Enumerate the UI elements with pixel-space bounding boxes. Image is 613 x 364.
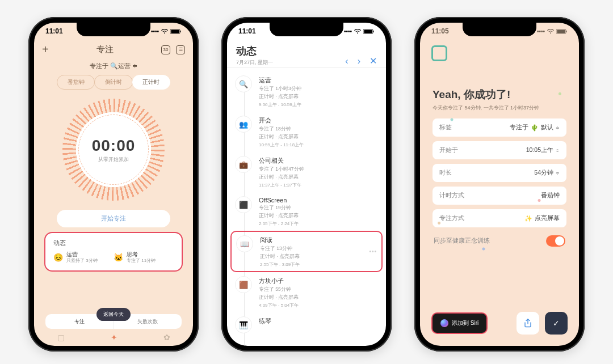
focus-method-row: 专注方式 ✨点亮屏幕 <box>433 209 566 227</box>
success-subtitle: 今天你专注了 54分钟, 一共专注了 1小时37分钟 <box>433 104 566 112</box>
timeline-item[interactable]: 💼公司相关专注了 1小时47分钟正计时 · 点亮屏幕11:37上午 - 1:37… <box>235 152 378 192</box>
svg-rect-2 <box>180 31 181 32</box>
timer-subtext: 从零开始累加 <box>98 156 129 163</box>
timeline-item[interactable]: 🟫方块小子专注了 55分钟正计时 · 点亮屏幕4:09下午 - 5:04下午 <box>235 272 378 312</box>
calendar-icon[interactable]: 30 <box>161 45 170 54</box>
scan-frame-icon[interactable] <box>431 45 447 61</box>
timeline-item-icon: ⬛ <box>235 196 252 213</box>
prev-day-button[interactable]: ‹ <box>345 56 348 66</box>
status-icons: •••• <box>151 28 182 35</box>
timeline-item-icon: 🔍 <box>235 75 252 92</box>
emoji-icon: 😣 <box>53 253 63 262</box>
tab-countdown[interactable]: 倒计时 <box>94 75 132 90</box>
emoji-icon: 🐱 <box>114 253 123 262</box>
status-icons: •••• <box>537 28 568 35</box>
close-button[interactable]: ✕ <box>370 56 377 66</box>
status-time: 11:01 <box>45 27 63 35</box>
svg-rect-4 <box>364 29 372 32</box>
signal-icon: •••• <box>344 28 352 35</box>
timeline-item-icon: 🎹 <box>235 316 252 333</box>
signal-icon: •••• <box>537 28 545 35</box>
chevron-icon: ≑ <box>556 171 560 176</box>
timeline-item-icon: 💼 <box>235 156 252 173</box>
sync-health-toggle[interactable] <box>546 235 565 247</box>
battery-icon <box>170 29 182 34</box>
tab-pomodoro[interactable]: 番茄钟 <box>57 75 95 90</box>
dynamic-item[interactable]: 😣 运营 只坚持了 3分钟 <box>53 251 114 264</box>
chevron-icon: ≑ <box>556 148 560 153</box>
next-day-button[interactable]: › <box>358 56 360 66</box>
status-time: 11:01 <box>238 27 256 35</box>
timeline-item-name: 方块小子 <box>259 277 378 285</box>
svg-rect-1 <box>171 29 179 32</box>
return-today-pill[interactable]: 返回今天 <box>96 308 131 321</box>
timeline-item-name: 练琴 <box>259 317 378 325</box>
sync-health-label: 同步至健康正念训练 <box>434 237 490 245</box>
wifi-icon <box>354 29 361 34</box>
timeline-item-name: 运营 <box>259 76 378 84</box>
timeline-item-icon: 📖 <box>236 235 253 252</box>
timeline-item[interactable]: 🎹练琴 <box>235 312 378 337</box>
tab-countup[interactable]: 正计时 <box>132 75 170 90</box>
siri-icon <box>440 319 448 327</box>
duration-row[interactable]: 时长 54分钟 ≑ <box>433 164 566 182</box>
timeline-item-name: 阅读 <box>260 236 362 244</box>
dynamic-item[interactable]: 🐱 思考 专注了 11分钟 <box>114 251 174 264</box>
start-time-row[interactable]: 开始于 10:05上午 ≑ <box>433 141 566 159</box>
sparkle-icon: ✨ <box>524 215 532 222</box>
page-title: 专注 <box>49 44 161 55</box>
dynamic-card[interactable]: 动态 😣 运营 只坚持了 3分钟 🐱 思考 专注了 11分钟 <box>44 232 183 272</box>
tag-emoji-icon: 🌵 <box>531 124 539 132</box>
page-subtitle: 7月27日, 星期一 <box>236 59 345 66</box>
timeline-item-name: 公司相关 <box>259 156 378 165</box>
timeline-item[interactable]: 👥开会专注了 18分钟正计时 · 点亮屏幕10:59上午 - 11:18上午 <box>235 112 378 152</box>
wifi-icon <box>161 29 168 34</box>
timer-value: 00:00 <box>92 137 136 155</box>
add-to-siri-button[interactable]: 添加到 Siri <box>431 312 488 334</box>
timeline-item-icon: 🟫 <box>235 276 252 293</box>
signal-icon: •••• <box>151 28 159 35</box>
svg-rect-5 <box>373 31 374 32</box>
svg-rect-7 <box>557 29 565 32</box>
more-icon[interactable]: ••• <box>369 248 377 255</box>
share-button[interactable] <box>517 312 539 335</box>
timeline-item[interactable]: 🔍运营专注了 1小时3分钟正计时 · 点亮屏幕9:56上午 - 10:59上午 <box>235 71 378 112</box>
done-button[interactable]: ✓ <box>545 312 568 335</box>
nav-clipboard-icon[interactable]: ▢ <box>57 333 65 342</box>
status-icons: •••• <box>344 28 375 35</box>
success-title: Yeah, 你成功了! <box>433 87 566 102</box>
chevron-icon: ≑ <box>556 125 560 130</box>
status-time: 11:05 <box>431 27 449 35</box>
timer-mode-tabs: 番茄钟 倒计时 正计时 <box>34 75 193 93</box>
tag-row[interactable]: 标签 专注于 🌵默认 ≑ <box>433 118 566 137</box>
nav-focus-icon[interactable]: ✦ <box>111 333 117 342</box>
timer-dial: 00:00 从零开始累加 <box>62 99 165 201</box>
nav-settings-icon[interactable]: ✿ <box>163 333 170 342</box>
focus-tag-selector[interactable]: 专注于 🔍运营 ≑ <box>34 60 193 75</box>
wifi-icon <box>547 29 554 34</box>
timeline-item-icon: 👥 <box>235 116 252 133</box>
dynamic-title: 动态 <box>53 239 174 247</box>
battery-icon <box>363 29 375 34</box>
mode-row: 计时方式 番茄钟 <box>433 187 566 205</box>
list-icon[interactable]: ☰ <box>176 45 185 54</box>
page-title: 动态 <box>236 44 345 58</box>
svg-rect-8 <box>566 31 567 32</box>
timeline-item-name: 开会 <box>259 116 378 125</box>
timeline-item[interactable]: 📖阅读专注了 13分钟正计时 · 点亮屏幕2:55下午 - 3:09下午••• <box>230 231 383 272</box>
timeline-item-name: OffScreen <box>259 197 378 204</box>
battery-icon <box>556 29 568 34</box>
timeline-list[interactable]: 🔍运营专注了 1小时3分钟正计时 · 点亮屏幕9:56上午 - 10:59上午👥… <box>227 68 386 346</box>
timeline-item[interactable]: ⬛OffScreen专注了 19分钟正计时 · 点亮屏幕2:05下午 - 2:2… <box>235 192 378 231</box>
start-focus-button[interactable]: 开始专注 <box>57 210 170 227</box>
